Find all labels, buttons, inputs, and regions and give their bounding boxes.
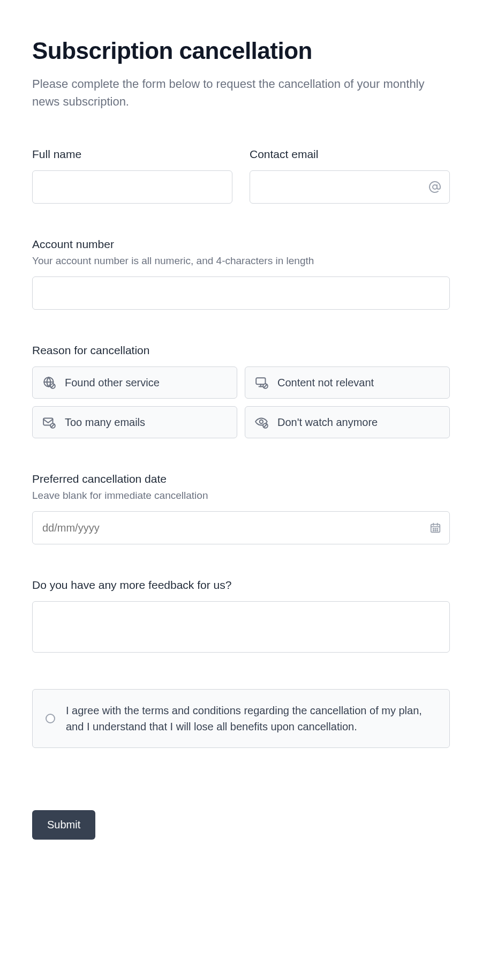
feedback-textarea[interactable] [32, 601, 450, 653]
consent-radio[interactable] [46, 714, 55, 723]
contact-email-label: Contact email [250, 148, 450, 161]
svg-point-21 [435, 528, 435, 529]
account-number-input[interactable] [32, 276, 450, 310]
svg-point-24 [435, 530, 435, 530]
reason-option-too-many-emails[interactable]: Too many emails [32, 406, 237, 438]
consent-card[interactable]: I agree with the terms and conditions re… [32, 689, 450, 748]
submit-button[interactable]: Submit [32, 810, 95, 840]
reason-option-dont-watch-anymore[interactable]: Don't watch anymore [245, 406, 450, 438]
mail-off-icon [42, 415, 56, 429]
reason-options: Found other service Content not relevant… [32, 366, 450, 438]
contact-email-input[interactable] [250, 170, 450, 204]
monitor-off-icon [255, 376, 269, 390]
svg-point-13 [260, 420, 263, 424]
globe-off-icon [42, 376, 56, 390]
eye-off-icon [255, 415, 269, 429]
reason-label: Reason for cancellation [32, 344, 450, 357]
full-name-input[interactable] [32, 170, 232, 204]
calendar-icon[interactable] [430, 522, 441, 534]
reason-option-label: Don't watch anymore [277, 416, 378, 429]
date-label: Preferred cancellation date [32, 473, 450, 485]
account-number-help: Your account number is all numeric, and … [32, 255, 450, 267]
reason-option-found-other-service[interactable]: Found other service [32, 366, 237, 399]
svg-point-23 [433, 530, 434, 530]
reason-option-label: Too many emails [65, 416, 145, 429]
consent-text: I agree with the terms and conditions re… [66, 702, 436, 735]
reason-option-label: Found other service [65, 377, 160, 389]
svg-point-20 [433, 528, 434, 529]
page-title: Subscription cancellation [32, 38, 450, 64]
feedback-label: Do you have any more feedback for us? [32, 579, 450, 592]
full-name-label: Full name [32, 148, 232, 161]
svg-point-0 [433, 185, 437, 189]
page-subtitle: Please complete the form below to reques… [32, 75, 450, 110]
svg-point-25 [437, 530, 438, 530]
date-help: Leave blank for immediate cancellation [32, 490, 450, 502]
svg-point-22 [437, 528, 438, 529]
at-sign-icon [428, 181, 441, 193]
account-number-label: Account number [32, 238, 450, 251]
date-input[interactable] [32, 511, 450, 544]
reason-option-label: Content not relevant [277, 377, 374, 389]
reason-option-content-not-relevant[interactable]: Content not relevant [245, 366, 450, 399]
svg-rect-5 [256, 378, 265, 384]
